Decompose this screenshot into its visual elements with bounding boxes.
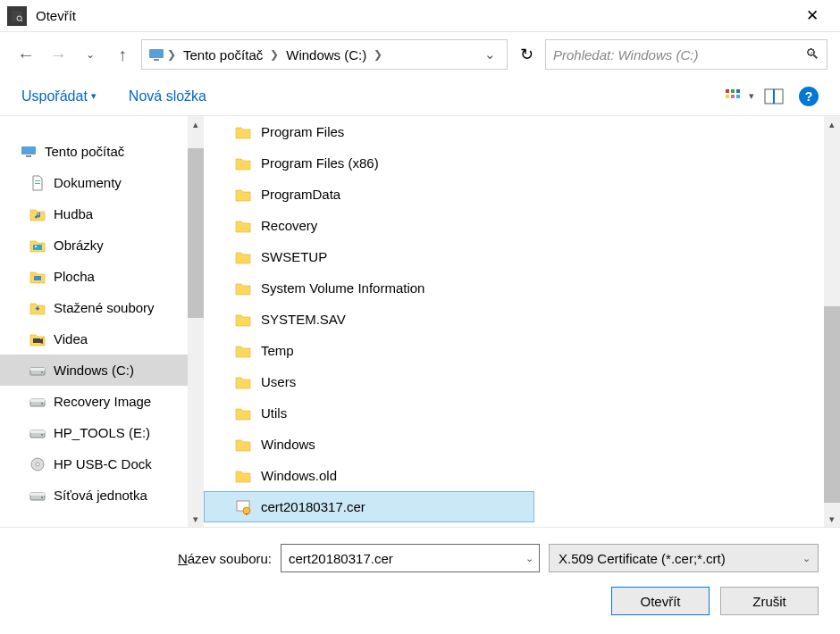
folder-icon — [234, 123, 252, 141]
chevron-right-icon: ❯ — [270, 48, 279, 61]
file-row[interactable]: SWSETUP — [204, 241, 824, 272]
tree-item[interactable]: Tento počítač — [0, 136, 188, 167]
folder-icon — [234, 405, 252, 422]
forward-button[interactable]: → — [45, 41, 71, 68]
file-name: System Volume Information — [261, 280, 424, 296]
folder-icon — [234, 217, 252, 235]
cancel-button[interactable]: Zrušit — [720, 587, 819, 615]
tree-item[interactable]: HP USB-C Dock — [0, 448, 188, 480]
filename-dropdown[interactable]: ⌄ — [525, 553, 533, 564]
file-type-filter[interactable]: X.509 Certificate (*.cer;*.crt) ⌄ — [549, 544, 819, 572]
svg-point-23 — [41, 371, 43, 373]
breadcrumb-dropdown[interactable]: ⌄ — [479, 46, 501, 63]
view-mode-button[interactable] — [720, 82, 749, 111]
search-icon[interactable]: 🔍︎ — [805, 46, 819, 63]
pic-icon — [29, 237, 46, 254]
scroll-thumb[interactable] — [824, 306, 840, 503]
file-row[interactable]: Temp — [204, 335, 824, 366]
drive-icon — [29, 362, 46, 380]
tree-item[interactable]: Obrázky — [0, 229, 188, 261]
filename-box[interactable]: ⌄ — [281, 544, 540, 572]
refresh-button[interactable]: ↻ — [513, 41, 540, 68]
scroll-thumb[interactable] — [188, 148, 204, 318]
disc-icon — [29, 455, 46, 473]
svg-point-34 — [41, 496, 43, 498]
svg-point-26 — [41, 403, 43, 405]
filename-label: Název souboru: — [21, 551, 272, 566]
new-folder-button[interactable]: Nová složka — [129, 88, 206, 104]
tree-item[interactable]: Síťová jednotka — [0, 480, 188, 511]
file-row[interactable]: Recovery — [204, 210, 824, 241]
svg-rect-3 — [149, 49, 164, 58]
tree-item-label: Videa — [54, 331, 88, 346]
drive-icon — [29, 424, 46, 442]
svg-rect-16 — [35, 183, 40, 184]
file-name: Temp — [261, 343, 294, 358]
file-row[interactable]: Users — [204, 366, 824, 397]
svg-rect-25 — [30, 399, 45, 402]
svg-rect-33 — [30, 493, 45, 496]
svg-rect-8 — [726, 95, 729, 98]
svg-point-18 — [35, 246, 37, 247]
tree-panel: Tento počítačDokumentyHudbaObrázkyPlocha… — [0, 116, 188, 527]
search-input[interactable] — [553, 47, 805, 63]
folder-icon — [234, 279, 252, 297]
help-button[interactable]: ? — [799, 87, 819, 106]
tree-item[interactable]: Hudba — [0, 198, 188, 229]
tree-item[interactable]: Windows (C:) — [0, 355, 188, 386]
file-scrollbar[interactable]: ▴ ▾ — [824, 116, 840, 527]
recent-dropdown[interactable]: ⌄ — [77, 41, 104, 68]
file-row[interactable]: Program Files — [204, 116, 824, 147]
folder-icon — [234, 436, 252, 454]
file-row[interactable]: SYSTEM.SAV — [204, 304, 824, 335]
breadcrumb-current[interactable]: Windows (C:) — [281, 47, 372, 63]
file-row[interactable]: Windows.old — [204, 460, 824, 491]
tree-item[interactable]: Stažené soubory — [0, 292, 188, 323]
scroll-down-icon[interactable]: ▾ — [824, 511, 840, 527]
svg-point-36 — [243, 507, 250, 514]
search-box[interactable]: 🔍︎ — [545, 39, 827, 70]
up-button[interactable]: ↑ — [109, 41, 136, 68]
tree-item[interactable]: HP_TOOLS (E:) — [0, 417, 188, 448]
tree-item-label: Síťová jednotka — [54, 488, 147, 503]
app-icon — [7, 6, 27, 26]
folder-icon — [234, 373, 252, 391]
open-button[interactable]: Otevřít — [611, 587, 710, 615]
folder-icon — [234, 186, 252, 204]
filter-label: X.509 Certificate (*.cer;*.crt) — [559, 551, 726, 566]
file-row[interactable]: cert20180317.cer — [204, 491, 534, 522]
tree-item[interactable]: Videa — [0, 323, 188, 355]
scroll-up-icon[interactable]: ▴ — [188, 116, 204, 132]
folder-icon — [234, 467, 252, 485]
breadcrumb[interactable]: ❯ Tento počítač ❯ Windows (C:) ❯ ⌄ — [141, 39, 508, 70]
file-row[interactable]: Utils — [204, 397, 824, 429]
close-button[interactable]: ✕ — [792, 2, 833, 30]
drive-icon — [29, 393, 46, 411]
tree-item-label: Plocha — [54, 269, 95, 284]
back-button[interactable]: ← — [13, 41, 39, 68]
view-mode-dropdown[interactable]: ▾ — [749, 90, 754, 102]
file-row[interactable]: Program Files (x86) — [204, 147, 824, 179]
file-row[interactable]: System Volume Information — [204, 272, 824, 304]
tree-item[interactable]: Recovery Image — [0, 386, 188, 417]
chevron-down-icon: ▾ — [91, 90, 97, 102]
drive-icon — [29, 487, 46, 505]
file-row[interactable]: Windows — [204, 429, 824, 460]
file-row[interactable]: ProgramData — [204, 179, 824, 210]
filename-input[interactable] — [289, 551, 532, 566]
svg-point-31 — [36, 463, 39, 466]
scroll-up-icon[interactable]: ▴ — [824, 116, 840, 132]
tree-scrollbar[interactable]: ▴ ▾ — [188, 116, 204, 527]
breadcrumb-root[interactable]: Tento počítač — [178, 47, 268, 63]
tree-item[interactable]: Dokumenty — [0, 167, 188, 198]
svg-rect-7 — [736, 89, 740, 93]
preview-pane-button[interactable] — [760, 82, 788, 111]
file-list: Program FilesProgram Files (x86)ProgramD… — [204, 116, 824, 527]
window-title: Otevřít — [36, 8, 792, 23]
file-name: Recovery — [261, 218, 317, 233]
tree-item-label: Tento počítač — [45, 144, 124, 159]
svg-rect-22 — [30, 368, 45, 371]
organize-button[interactable]: Uspořádat ▾ — [21, 88, 97, 104]
tree-item[interactable]: Plocha — [0, 261, 188, 292]
scroll-down-icon[interactable]: ▾ — [188, 511, 204, 527]
